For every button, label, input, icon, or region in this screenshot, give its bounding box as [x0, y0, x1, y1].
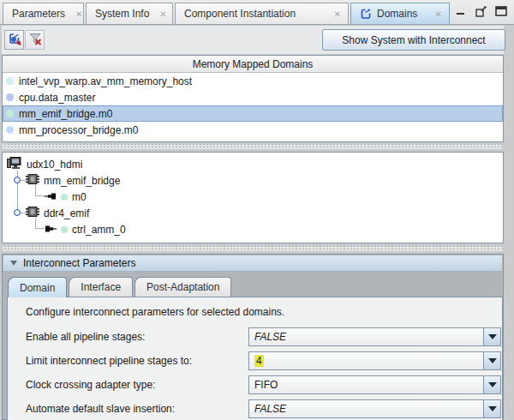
tab-post-adaptation[interactable]: Post-Adaptation	[134, 277, 231, 297]
domain-bullet-icon	[6, 77, 14, 85]
window-controls	[456, 6, 507, 16]
chip-icon	[26, 174, 39, 187]
description-text: Configure interconnect parameters for se…	[26, 306, 284, 318]
dropdown-arrow-button[interactable]	[483, 400, 500, 417]
domain-row[interactable]: intel_vvp_warp.av_mm_memory_host	[3, 73, 503, 89]
tab-label: Parameters	[12, 8, 65, 20]
automate-default-slave-dropdown[interactable]: FALSE	[248, 399, 501, 418]
interface-dot-icon	[61, 194, 68, 201]
splitter-handle[interactable]	[2, 143, 504, 150]
clock-crossing-adapter-dropdown[interactable]: FIFO	[248, 375, 501, 394]
chevron-down-icon	[488, 358, 497, 363]
dropdown-arrow-button[interactable]	[483, 328, 500, 345]
tree-node-label: ctrl_amm_0	[72, 224, 126, 236]
section-title: Interconnect Parameters	[23, 257, 135, 269]
chevron-down-icon	[488, 334, 497, 339]
domain-label: cpu.data_master	[19, 92, 95, 104]
enable-pipeline-stages-dropdown[interactable]: FALSE	[248, 327, 501, 346]
domain-bullet-icon	[6, 126, 14, 134]
domain-row[interactable]: cpu.data_master	[3, 89, 503, 105]
tab-label: Domains	[377, 8, 417, 20]
tab-domain[interactable]: Domain	[8, 277, 67, 297]
clear-filter-icon	[28, 33, 42, 48]
interface-dot-icon	[61, 226, 68, 233]
dropdown-value: FALSE	[249, 400, 483, 417]
tree-expand-handle[interactable]	[14, 177, 21, 183]
param-label: Automate default slave insertion:	[26, 399, 175, 418]
plug-right-icon	[45, 224, 57, 236]
close-tab-icon[interactable]: ✕	[334, 9, 341, 19]
tab-interface[interactable]: Interface	[69, 277, 133, 297]
domain-bullet-icon	[6, 110, 14, 117]
restore-icon[interactable]	[475, 6, 487, 16]
tab-domains[interactable]: Domains ✕	[350, 3, 450, 24]
domain-row[interactable]: mm_processor_bridge.m0	[3, 122, 503, 138]
dropdown-arrow-button[interactable]	[483, 376, 500, 393]
param-label: Clock crossing adapter type:	[26, 375, 155, 394]
tab-bar: Parameters ✕ System Info ✕ Component Ins…	[0, 0, 514, 25]
chip-icon	[26, 207, 39, 219]
chevron-down-icon	[488, 382, 497, 387]
list-header: Memory Mapped Domains	[3, 56, 503, 73]
param-label: Enable all pipeline stages:	[26, 327, 145, 346]
select-domains-button[interactable]	[4, 30, 24, 50]
splitter-handle[interactable]	[2, 245, 504, 252]
tree-node-bridge[interactable]: mm_emif_bridge	[26, 172, 120, 189]
param-label: Limit interconnect pipeline stages to:	[26, 351, 192, 370]
tab-component-instantiation[interactable]: Component Instantiation ✕	[175, 3, 349, 24]
close-tab-icon[interactable]: ✕	[75, 9, 82, 19]
tab-label: System Info	[95, 8, 149, 20]
param-row: Clock crossing adapter type: FIFO	[8, 375, 502, 394]
plug-left-icon	[45, 191, 57, 203]
tree-expand-handle[interactable]	[14, 209, 21, 216]
tree-node-m0[interactable]: m0	[45, 189, 87, 205]
tree-node-label: m0	[72, 191, 87, 203]
domains-icon	[360, 8, 372, 20]
domain-row-selected[interactable]: mm_emif_bridge.m0	[3, 105, 503, 122]
collapse-triangle-icon	[10, 261, 17, 266]
dropdown-value: FALSE	[249, 328, 483, 345]
clear-filter-button[interactable]	[25, 30, 45, 50]
param-row: Automate default slave insertion: FALSE	[8, 399, 502, 418]
interconnect-tab-strip: Domain Interface Post-Adaptation	[8, 277, 231, 297]
domains-select-icon	[8, 32, 21, 48]
tree-node-ddr4[interactable]: ddr4_emif	[26, 205, 89, 221]
dropdown-value: FIFO	[249, 376, 483, 393]
tab-system-info[interactable]: System Info ✕	[86, 3, 173, 24]
domains-toolbar: Show System with Interconnect	[2, 26, 504, 54]
domain-label: intel_vvp_warp.av_mm_memory_host	[19, 75, 192, 87]
tree-node-label: udx10_hdmi	[27, 159, 82, 171]
param-row: Enable all pipeline stages: FALSE	[8, 327, 502, 346]
tab-label: Component Instantiation	[184, 8, 296, 20]
domain-label: mm_emif_bridge.m0	[19, 108, 112, 120]
domain-tab-content: Configure interconnect parameters for se…	[7, 297, 503, 420]
close-tab-icon[interactable]: ✕	[159, 9, 166, 19]
domain-label: mm_processor_bridge.m0	[19, 124, 138, 136]
memory-mapped-domains-panel: Memory Mapped Domains intel_vvp_warp.av_…	[2, 55, 504, 142]
tree-node-label: ddr4_emif	[44, 207, 89, 219]
interconnect-parameters-header[interactable]: Interconnect Parameters	[3, 255, 502, 272]
show-system-with-interconnect-button[interactable]: Show System with Interconnect	[322, 29, 505, 51]
system-tree-panel: udx10_hdmi mm_emif_bridge m0	[2, 152, 504, 243]
minimize-icon[interactable]	[456, 6, 468, 16]
tree-node-ctrl-amm[interactable]: ctrl_amm_0	[45, 221, 126, 237]
computer-icon	[7, 157, 22, 172]
chevron-down-icon	[488, 406, 497, 411]
tree-node-root[interactable]: udx10_hdmi	[7, 156, 82, 172]
limit-pipeline-stages-dropdown[interactable]: 4	[248, 351, 501, 370]
param-row: Limit interconnect pipeline stages to: 4	[8, 351, 502, 370]
maximize-icon[interactable]	[495, 6, 507, 16]
close-tab-icon[interactable]: ✕	[435, 9, 442, 19]
domain-bullet-icon	[6, 93, 14, 101]
tree-node-label: mm_emif_bridge	[44, 175, 120, 187]
dropdown-arrow-button[interactable]	[483, 352, 500, 369]
tab-parameters[interactable]: Parameters ✕	[3, 3, 84, 24]
dropdown-value-highlighted: 4	[254, 355, 264, 367]
interconnect-parameters-panel: Interconnect Parameters Domain Interface…	[2, 254, 504, 420]
tab-strip: Parameters ✕ System Info ✕ Component Ins…	[3, 3, 450, 24]
